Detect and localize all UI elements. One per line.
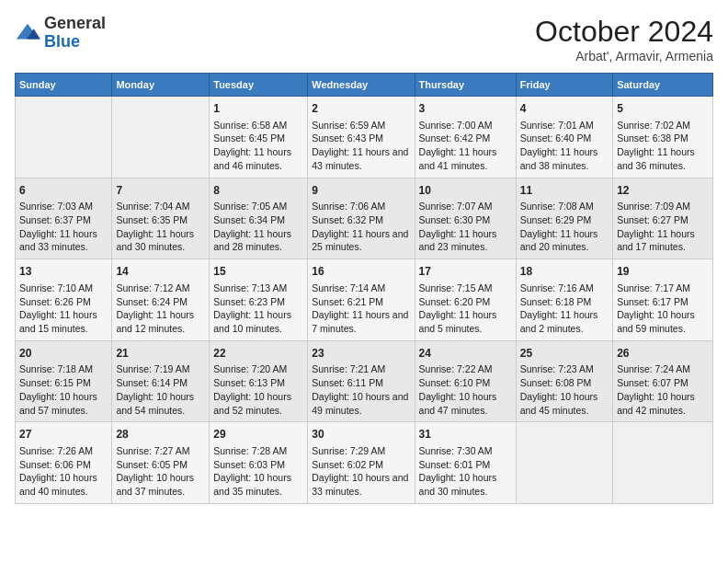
daylight-text: Daylight: 11 hours and 15 minutes. [19,309,97,334]
sunset-text: Sunset: 6:37 PM [19,214,91,225]
sunrise-text: Sunrise: 7:00 AM [419,120,493,131]
calendar-cell [516,422,612,504]
calendar-cell: 29Sunrise: 7:28 AMSunset: 6:03 PMDayligh… [210,422,308,504]
daylight-text: Daylight: 10 hours and 30 minutes. [419,472,497,497]
day-number: 18 [520,264,609,280]
sunrise-text: Sunrise: 7:27 AM [116,445,189,456]
logo-general: General [44,14,106,32]
sunrise-text: Sunrise: 7:29 AM [312,445,385,456]
sunset-text: Sunset: 6:35 PM [116,214,188,225]
sunset-text: Sunset: 6:11 PM [312,377,383,388]
sunrise-text: Sunrise: 7:17 AM [617,282,690,293]
week-row-5: 27Sunrise: 7:26 AMSunset: 6:06 PMDayligh… [16,422,713,504]
day-number: 10 [419,183,512,199]
calendar-cell: 7Sunrise: 7:04 AMSunset: 6:35 PMDaylight… [112,178,210,259]
daylight-text: Daylight: 10 hours and 54 minutes. [116,391,194,416]
sunset-text: Sunset: 6:34 PM [213,214,285,225]
sunrise-text: Sunrise: 7:15 AM [419,282,493,293]
sunset-text: Sunset: 6:17 PM [617,296,688,307]
day-number: 26 [617,346,709,362]
weekday-header-row: SundayMondayTuesdayWednesdayThursdayFrid… [16,74,713,97]
sunrise-text: Sunrise: 7:16 AM [520,282,594,293]
sunrise-text: Sunrise: 6:59 AM [312,120,385,131]
sunset-text: Sunset: 6:21 PM [312,296,383,307]
daylight-text: Daylight: 10 hours and 33 minutes. [312,472,408,497]
page-header: General Blue October 2024 Arbat', Armavi… [15,15,713,63]
daylight-text: Daylight: 10 hours and 42 minutes. [617,391,695,416]
calendar-cell: 20Sunrise: 7:18 AMSunset: 6:15 PMDayligh… [16,340,112,422]
sunset-text: Sunset: 6:38 PM [617,132,688,144]
calendar-cell: 22Sunrise: 7:20 AMSunset: 6:13 PMDayligh… [210,340,308,422]
sunset-text: Sunset: 6:05 PM [116,459,188,470]
calendar-cell: 14Sunrise: 7:12 AMSunset: 6:24 PMDayligh… [112,259,210,341]
location-title: Arbat', Armavir, Armenia [535,49,713,63]
logo-icon [15,20,40,46]
calendar-cell: 6Sunrise: 7:03 AMSunset: 6:37 PMDaylight… [16,178,112,259]
sunset-text: Sunset: 6:26 PM [19,296,91,307]
calendar-cell [613,422,713,504]
sunrise-text: Sunrise: 7:30 AM [419,445,493,456]
sunset-text: Sunset: 6:13 PM [213,377,285,388]
calendar-cell: 1Sunrise: 6:58 AMSunset: 6:45 PMDaylight… [210,97,308,178]
calendar-cell: 13Sunrise: 7:10 AMSunset: 6:26 PMDayligh… [16,259,112,341]
sunset-text: Sunset: 6:06 PM [19,459,91,470]
month-title: October 2024 [535,15,713,49]
calendar-cell: 8Sunrise: 7:05 AMSunset: 6:34 PMDaylight… [210,178,308,259]
calendar-cell [112,97,210,178]
day-number: 31 [419,427,512,442]
sunrise-text: Sunrise: 7:18 AM [19,363,93,374]
weekday-header-thursday: Thursday [415,74,516,97]
calendar-cell: 15Sunrise: 7:13 AMSunset: 6:23 PMDayligh… [210,259,308,341]
day-number: 19 [617,264,709,280]
daylight-text: Daylight: 11 hours and 5 minutes. [419,309,497,334]
daylight-text: Daylight: 10 hours and 49 minutes. [312,391,408,416]
calendar-cell: 11Sunrise: 7:08 AMSunset: 6:29 PMDayligh… [516,178,612,259]
sunset-text: Sunset: 6:03 PM [213,459,285,470]
sunrise-text: Sunrise: 7:22 AM [419,363,493,374]
day-number: 24 [419,346,512,362]
daylight-text: Daylight: 10 hours and 40 minutes. [19,472,97,497]
day-number: 29 [213,427,303,442]
calendar-cell: 21Sunrise: 7:19 AMSunset: 6:14 PMDayligh… [112,340,210,422]
day-number: 6 [19,183,108,199]
daylight-text: Daylight: 10 hours and 59 minutes. [617,309,695,334]
sunrise-text: Sunrise: 7:05 AM [213,201,287,212]
calendar-cell: 2Sunrise: 6:59 AMSunset: 6:43 PMDaylight… [308,97,415,178]
calendar-cell: 19Sunrise: 7:17 AMSunset: 6:17 PMDayligh… [613,259,713,341]
sunrise-text: Sunrise: 7:01 AM [520,120,594,131]
daylight-text: Daylight: 11 hours and 30 minutes. [116,228,194,253]
weekday-header-sunday: Sunday [16,74,112,97]
week-row-3: 13Sunrise: 7:10 AMSunset: 6:26 PMDayligh… [16,259,713,341]
calendar-cell [16,97,112,178]
sunrise-text: Sunrise: 7:10 AM [19,282,93,293]
sunset-text: Sunset: 6:24 PM [116,296,188,307]
day-number: 28 [116,427,205,442]
calendar-cell: 3Sunrise: 7:00 AMSunset: 6:42 PMDaylight… [415,97,516,178]
daylight-text: Daylight: 11 hours and 46 minutes. [213,146,291,171]
day-number: 22 [213,346,303,362]
sunrise-text: Sunrise: 7:20 AM [213,363,287,374]
sunset-text: Sunset: 6:20 PM [419,296,491,307]
daylight-text: Daylight: 11 hours and 2 minutes. [520,309,598,334]
daylight-text: Daylight: 10 hours and 37 minutes. [116,472,194,497]
weekday-header-monday: Monday [112,74,210,97]
day-number: 20 [19,346,108,362]
daylight-text: Daylight: 11 hours and 10 minutes. [213,309,291,334]
sunrise-text: Sunrise: 7:12 AM [116,282,189,293]
day-number: 5 [617,101,709,117]
weekday-header-tuesday: Tuesday [210,74,308,97]
sunrise-text: Sunrise: 7:07 AM [419,201,493,212]
sunrise-text: Sunrise: 7:04 AM [116,201,189,212]
day-number: 1 [213,101,303,117]
calendar-cell: 30Sunrise: 7:29 AMSunset: 6:02 PMDayligh… [308,422,415,504]
calendar-cell: 24Sunrise: 7:22 AMSunset: 6:10 PMDayligh… [415,340,516,422]
sunset-text: Sunset: 6:02 PM [312,459,383,470]
sunset-text: Sunset: 6:27 PM [617,214,688,225]
logo-text: General Blue [44,15,106,52]
day-number: 4 [520,101,609,117]
sunset-text: Sunset: 6:10 PM [419,377,491,388]
week-row-4: 20Sunrise: 7:18 AMSunset: 6:15 PMDayligh… [16,340,713,422]
day-number: 13 [19,264,108,280]
sunset-text: Sunset: 6:23 PM [213,296,285,307]
sunrise-text: Sunrise: 7:06 AM [312,201,385,212]
